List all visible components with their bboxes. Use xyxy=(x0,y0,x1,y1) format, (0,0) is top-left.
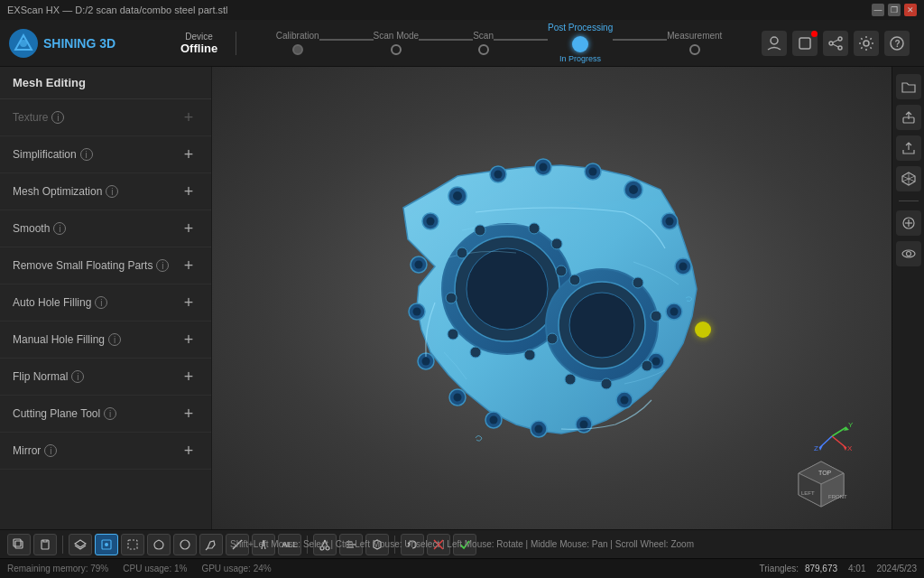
expand-texture[interactable]: + xyxy=(179,107,199,127)
sidebar-item-mesh-optimization[interactable]: Mesh Optimization i + xyxy=(0,173,211,210)
svg-point-65 xyxy=(633,277,643,288)
expand-remove-floating[interactable]: + xyxy=(179,256,199,275)
rp-icon-3d-view[interactable] xyxy=(896,166,921,191)
svg-point-43 xyxy=(412,308,420,316)
expand-manual-hole[interactable]: + xyxy=(179,330,199,350)
svg-point-4 xyxy=(838,37,842,41)
sidebar-label-smooth: Smooth xyxy=(13,222,50,235)
nav-icon-settings[interactable] xyxy=(854,31,879,56)
expand-simplification[interactable]: + xyxy=(179,144,199,164)
device-status: Device Offline xyxy=(162,32,236,55)
sidebar-label-texture: Texture xyxy=(13,111,48,124)
sidebar-item-remove-floating[interactable]: Remove Small Floating Parts i + xyxy=(0,247,211,284)
pipeline-dot-measurement xyxy=(689,44,700,55)
status-cpu: CPU usage: 1% xyxy=(123,564,187,573)
pipeline-step-scan-mode[interactable]: Scan Mode xyxy=(374,31,420,55)
svg-point-23 xyxy=(665,218,673,226)
expand-smooth[interactable]: + xyxy=(179,219,199,238)
sidebar-label-remove-floating: Remove Small Floating Parts xyxy=(13,259,152,272)
viewport[interactable]: TOP LEFT FRONT Y X Z xyxy=(212,67,892,529)
expand-mesh-optimization[interactable]: + xyxy=(179,182,199,201)
pipeline-connector-3 xyxy=(494,39,548,41)
svg-line-80 xyxy=(832,436,846,448)
device-value: Offline xyxy=(180,42,217,55)
pipeline-connector-2 xyxy=(419,39,473,41)
rp-icon-folder[interactable] xyxy=(896,74,921,99)
svg-point-61 xyxy=(470,347,481,358)
svg-point-69 xyxy=(565,374,576,385)
tb-btn-lasso[interactable] xyxy=(147,534,171,555)
svg-point-55 xyxy=(475,225,485,236)
sidebar-label-auto-hole: Auto Hole Filling xyxy=(13,296,91,309)
expand-auto-hole[interactable]: + xyxy=(179,293,199,312)
rp-icon-merge[interactable] xyxy=(896,210,921,236)
nav-right-icons: ? xyxy=(762,31,915,56)
restore-button[interactable]: ❐ xyxy=(888,4,901,16)
pipeline-label-scan-mode: Scan Mode xyxy=(374,31,420,41)
nav-icon-profile[interactable] xyxy=(762,31,787,56)
svg-point-39 xyxy=(453,394,461,402)
tb-btn-select[interactable] xyxy=(95,534,118,555)
close-button[interactable]: ✕ xyxy=(904,4,917,16)
pipeline-step-scan[interactable]: Scan xyxy=(473,31,494,55)
svg-point-21 xyxy=(629,185,638,194)
status-date: 2024/5/23 xyxy=(877,564,918,573)
status-left: Remaining memory: 79% CPU usage: 1% GPU … xyxy=(7,564,272,573)
pipeline-dot-post-processing xyxy=(572,36,588,52)
svg-point-17 xyxy=(539,163,547,172)
pipeline-substatus: In Progress xyxy=(559,54,601,63)
sidebar-item-texture[interactable]: Texture i + xyxy=(0,99,211,136)
sidebar-item-simplification[interactable]: Simplification i + xyxy=(0,136,211,173)
pipeline-label-scan: Scan xyxy=(473,31,494,41)
pipeline-label-post-processing: Post Processing xyxy=(548,23,613,33)
sidebar-item-smooth[interactable]: Smooth i + xyxy=(0,210,211,247)
rp-icon-upload[interactable] xyxy=(896,135,921,161)
sidebar-item-flip-normal[interactable]: Flip Normal i + xyxy=(0,359,211,396)
tb-btn-layers[interactable] xyxy=(69,534,92,555)
nav-icon-notification[interactable] xyxy=(792,31,818,56)
window-controls: — ❐ ✕ xyxy=(872,4,917,16)
tb-btn-circle[interactable] xyxy=(173,534,197,555)
svg-text:FRONT: FRONT xyxy=(828,494,847,499)
nav-icon-share[interactable] xyxy=(823,31,848,56)
svg-point-2 xyxy=(771,37,778,44)
pipeline-step-calibration[interactable]: Calibration xyxy=(276,31,319,55)
tb-btn-pen[interactable] xyxy=(199,534,223,555)
svg-point-41 xyxy=(421,358,430,366)
sidebar-item-auto-hole[interactable]: Auto Hole Filling i + xyxy=(0,284,211,322)
minimize-button[interactable]: — xyxy=(872,4,884,16)
rp-icon-export[interactable] xyxy=(896,105,921,130)
expand-flip-normal[interactable]: + xyxy=(179,367,199,387)
expand-cutting-plane[interactable]: + xyxy=(179,404,199,424)
svg-text:X: X xyxy=(847,444,853,452)
sidebar-item-manual-hole[interactable]: Manual Hole Filling i + xyxy=(0,322,211,359)
pipeline-step-measurement[interactable]: Measurement xyxy=(667,31,722,55)
svg-line-7 xyxy=(833,40,838,42)
right-panel-divider xyxy=(899,200,919,201)
sidebar-item-mirror[interactable]: Mirror i + xyxy=(0,433,211,470)
svg-point-102 xyxy=(180,540,189,549)
pipeline-dot-calibration xyxy=(292,44,303,55)
sidebar-item-cutting-plane[interactable]: Cutting Plane Tool i + xyxy=(0,396,211,433)
main-content: Mesh Editing Texture i + Simplification … xyxy=(0,67,924,529)
logo-area: SHINING 3D xyxy=(9,29,153,58)
tb-btn-copy[interactable] xyxy=(7,534,31,555)
nav-icon-help[interactable]: ? xyxy=(884,31,910,56)
3d-part xyxy=(318,122,787,474)
device-label: Device xyxy=(185,32,213,42)
pipeline-connector-1 xyxy=(319,39,374,41)
tb-btn-rect-select[interactable] xyxy=(121,534,144,555)
pipeline-step-post-processing[interactable]: Post Processing In Progress xyxy=(548,23,613,63)
status-gpu: GPU usage: 24% xyxy=(201,564,271,573)
rp-icon-eye[interactable] xyxy=(896,241,921,266)
tb-btn-paste[interactable] xyxy=(33,534,57,555)
nav-cube[interactable]: TOP LEFT FRONT xyxy=(794,457,848,511)
sidebar-label-mesh-optimization: Mesh Optimization xyxy=(13,185,102,198)
svg-point-27 xyxy=(670,308,678,316)
expand-mirror[interactable]: + xyxy=(179,441,199,461)
notification-badge xyxy=(811,31,818,37)
svg-point-50 xyxy=(467,248,548,330)
pipeline-dot-scan xyxy=(478,44,489,55)
svg-point-66 xyxy=(651,311,661,322)
sidebar-label-simplification: Simplification xyxy=(13,148,77,161)
